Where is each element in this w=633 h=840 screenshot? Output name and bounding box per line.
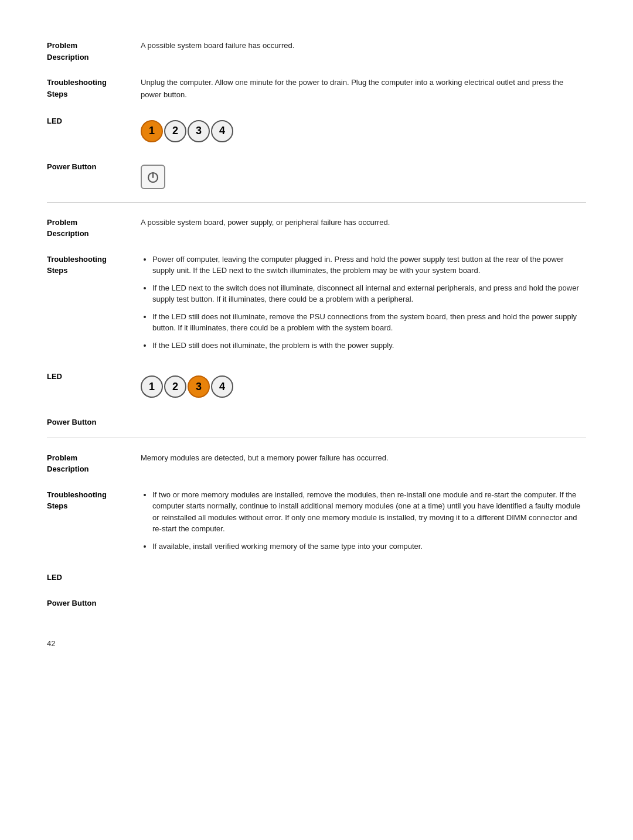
content-troubleshooting-2: Power off computer, leaving the computer… [141, 254, 586, 357]
led-container-1: 1 2 3 4 [141, 115, 586, 147]
led-2-circle-2: 2 [164, 375, 186, 398]
power-symbol-svg-1 [145, 169, 161, 185]
list-item-3-2: If available, install verified working m… [152, 541, 586, 552]
label-problem-1: Problem Description [47, 40, 141, 63]
led-display-1: 1 2 3 4 [141, 115, 586, 147]
label-problem-3: Problem Description [47, 452, 141, 475]
led-2-circle-4: 4 [211, 375, 233, 398]
content-problem-2: A possible system board, power supply, o… [141, 217, 586, 240]
troubleshooting-steps-2: Troubleshooting Steps Power off computer… [47, 247, 586, 364]
led-2-circle-1: 1 [141, 375, 163, 398]
label-power-3: Power Button [47, 597, 141, 609]
label-problem-2: Problem Description [47, 217, 141, 240]
led-2-circle-3: 3 [188, 375, 210, 398]
problem-description-1: Problem Description A possible system bo… [47, 33, 586, 70]
troubleshooting-steps-1: Troubleshooting Steps Unplug the compute… [47, 70, 586, 108]
led-display-2: 1 2 3 4 [141, 371, 586, 402]
power-button-row-1: Power Button [47, 154, 586, 200]
page-number: 42 [47, 639, 586, 648]
power-button-icon-1 [141, 165, 165, 189]
troubleshooting-list-3: If two or more memory modules are instal… [141, 489, 586, 552]
led-1-circle-2: 2 [164, 120, 186, 142]
power-button-row-2: Power Button [47, 409, 586, 435]
label-led-1: LED [47, 115, 141, 147]
section-group-1: Problem Description A possible system bo… [47, 26, 586, 200]
led-row-1: LED 1 2 3 4 [47, 108, 586, 154]
list-item-2-2: If the LED next to the switch does not i… [152, 282, 586, 305]
power-button-row-3: Power Button [47, 590, 586, 616]
label-power-2: Power Button [47, 416, 141, 428]
list-item-2-3: If the LED still does not illuminate, re… [152, 311, 586, 334]
led-display-3 [141, 572, 586, 583]
list-item-3-1: If two or more memory modules are instal… [152, 489, 586, 535]
content-problem-1: A possible system board failure has occu… [141, 40, 586, 63]
list-item-2-1: Power off computer, leaving the computer… [152, 254, 586, 276]
power-button-display-1 [141, 161, 586, 193]
page-content: Problem Description A possible system bo… [47, 26, 586, 648]
label-power-1: Power Button [47, 161, 141, 193]
list-item-2-4: If the LED still does not illuminate, th… [152, 340, 586, 351]
troubleshooting-steps-3: Troubleshooting Steps If two or more mem… [47, 482, 586, 565]
content-troubleshooting-1: Unplug the computer. Allow one minute fo… [141, 77, 586, 101]
troubleshooting-list-2: Power off computer, leaving the computer… [141, 254, 586, 351]
led-container-2: 1 2 3 4 [141, 371, 586, 402]
power-button-display-2 [141, 416, 586, 428]
label-troubleshooting-2: Troubleshooting Steps [47, 254, 141, 357]
section-group-3: Problem Description Memory modules are d… [47, 438, 586, 616]
led-1-circle-4: 4 [211, 120, 233, 142]
power-button-display-3 [141, 597, 586, 609]
content-problem-3: Memory modules are detected, but a memor… [141, 452, 586, 475]
label-troubleshooting-3: Troubleshooting Steps [47, 489, 141, 558]
led-row-3: LED [47, 565, 586, 590]
content-troubleshooting-3: If two or more memory modules are instal… [141, 489, 586, 558]
section-group-2: Problem Description A possible system bo… [47, 202, 586, 435]
problem-description-2: Problem Description A possible system bo… [47, 210, 586, 247]
problem-description-3: Problem Description Memory modules are d… [47, 445, 586, 482]
label-led-3: LED [47, 572, 141, 583]
label-troubleshooting-1: Troubleshooting Steps [47, 77, 141, 101]
label-led-2: LED [47, 371, 141, 402]
led-row-2: LED 1 2 3 4 [47, 364, 586, 409]
led-1-circle-3: 3 [188, 120, 210, 142]
led-1-circle-1: 1 [141, 120, 163, 142]
